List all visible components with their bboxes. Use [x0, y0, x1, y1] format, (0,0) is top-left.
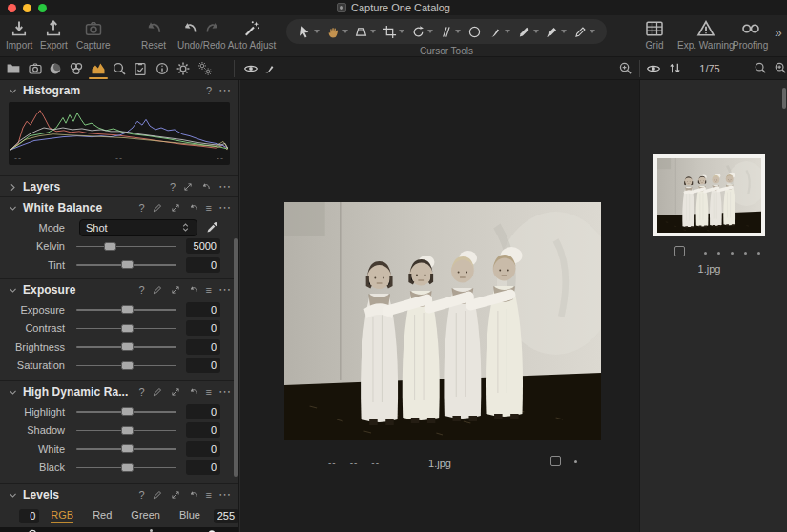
export-button[interactable]: Export	[40, 19, 68, 51]
copy-adjustments-icon[interactable]	[182, 181, 194, 193]
levels-channel-green[interactable]: Green	[131, 509, 160, 522]
browser-sort-button[interactable]	[668, 61, 682, 75]
collapse-chevron-icon[interactable]	[8, 387, 18, 398]
marker-cursor-tool[interactable]	[545, 25, 567, 39]
collapse-chevron-icon[interactable]	[8, 203, 18, 214]
reset-adjustments-icon[interactable]	[200, 181, 212, 193]
presets-menu-icon[interactable]: ≡	[206, 285, 212, 295]
more-icon[interactable]: ⋯	[218, 203, 231, 213]
crop-cursor-tool[interactable]	[383, 25, 404, 39]
reset-button[interactable]: Reset	[141, 19, 166, 51]
viewer-brush-button[interactable]	[263, 61, 277, 76]
contrast-value[interactable]: 0	[186, 320, 220, 336]
loupe-cursor-tool[interactable]	[354, 25, 376, 39]
shadow-slider[interactable]	[76, 423, 176, 437]
brush-icon[interactable]	[152, 489, 163, 501]
rating-dot[interactable]	[731, 252, 734, 255]
more-icon[interactable]: ⋯	[218, 182, 231, 192]
metadata-tab[interactable]	[155, 61, 170, 76]
viewer-zoom-button[interactable]	[618, 61, 632, 75]
browser-search-button[interactable]	[754, 61, 767, 74]
capture-button[interactable]: Capture	[76, 19, 111, 51]
more-icon[interactable]: ⋯	[218, 387, 231, 397]
brush-icon[interactable]	[152, 386, 163, 398]
help-icon[interactable]: ?	[138, 387, 144, 397]
exposure-slider[interactable]	[76, 303, 176, 317]
panel-scrollbar[interactable]	[234, 238, 238, 477]
main-photo[interactable]	[284, 202, 601, 440]
kelvin-value[interactable]: 5000	[186, 238, 220, 254]
rating-dot[interactable]	[717, 252, 720, 255]
browser-scrollbar[interactable]	[782, 88, 786, 109]
viewer-select-checkbox[interactable]	[550, 456, 561, 466]
spot-removal-cursor-tool[interactable]	[467, 25, 482, 39]
straighten-cursor-tool[interactable]	[439, 25, 461, 39]
browser-filter-button[interactable]	[774, 61, 787, 74]
kelvin-slider[interactable]	[76, 239, 176, 253]
black-slider[interactable]	[76, 460, 176, 474]
thumbnail-selected[interactable]	[653, 154, 765, 236]
help-icon[interactable]: ?	[170, 182, 176, 192]
highlight-slider[interactable]	[76, 405, 176, 419]
collapse-chevron-icon[interactable]	[8, 490, 18, 501]
presets-menu-icon[interactable]: ≡	[206, 203, 212, 213]
more-icon[interactable]: ⋯	[218, 285, 231, 295]
tint-slider[interactable]	[76, 258, 176, 272]
white-value[interactable]: 0	[186, 441, 220, 457]
levels-channel-rgb[interactable]: RGB	[51, 509, 73, 523]
reset-adjustments-icon[interactable]	[188, 386, 199, 398]
draw-mask-cursor-tool[interactable]	[488, 25, 510, 39]
color-tab[interactable]	[69, 61, 84, 76]
adjustments-tab[interactable]	[133, 61, 148, 76]
help-icon[interactable]: ?	[206, 86, 212, 95]
highlight-value[interactable]: 0	[186, 404, 220, 419]
redo-icon[interactable]	[204, 20, 221, 37]
black-value[interactable]: 0	[186, 460, 220, 475]
more-icon[interactable]: ⋯	[218, 490, 231, 500]
pan-cursor-tool[interactable]	[326, 25, 348, 39]
capture-tab[interactable]	[28, 61, 43, 76]
white-balance-mode-select[interactable]: Shot	[79, 219, 197, 236]
library-tab[interactable]	[6, 61, 21, 76]
brightness-slider[interactable]	[76, 340, 176, 354]
lens-tab[interactable]	[48, 61, 63, 76]
undo-redo-button[interactable]: Undo/Redo	[177, 19, 226, 51]
auto-adjust-button[interactable]: Auto Adjust	[223, 19, 280, 51]
copy-adjustments-icon[interactable]	[170, 386, 181, 398]
rating-dot[interactable]	[574, 460, 577, 463]
rating-dot[interactable]	[744, 252, 747, 255]
exposure-value[interactable]: 0	[186, 302, 220, 317]
undo-icon[interactable]	[181, 20, 198, 37]
thumbnail-select-checkbox[interactable]	[674, 246, 685, 256]
contrast-slider[interactable]	[76, 321, 176, 335]
collapse-chevron-icon[interactable]	[8, 285, 18, 296]
browser-eye-button[interactable]	[646, 61, 661, 76]
brush-icon[interactable]	[152, 284, 163, 296]
presets-menu-icon[interactable]: ≡	[206, 490, 212, 500]
details-tab[interactable]	[112, 61, 127, 76]
presets-menu-icon[interactable]: ≡	[206, 387, 212, 397]
saturation-slider[interactable]	[76, 358, 176, 372]
copy-adjustments-icon[interactable]	[170, 202, 181, 214]
grid-button[interactable]: Grid	[645, 19, 664, 51]
exposure-warning-button[interactable]: Exp. Warning	[677, 19, 735, 51]
copy-adjustments-icon[interactable]	[170, 284, 181, 296]
white-slider[interactable]	[76, 442, 176, 456]
collapse-chevron-icon[interactable]	[8, 86, 18, 96]
reset-adjustments-icon[interactable]	[188, 202, 199, 214]
help-icon[interactable]: ?	[138, 490, 144, 500]
reset-adjustments-icon[interactable]	[188, 284, 199, 296]
import-button[interactable]: Import	[6, 19, 32, 51]
brightness-value[interactable]: 0	[186, 339, 220, 355]
rating-dot[interactable]	[704, 252, 707, 255]
levels-white-point-value[interactable]: 255	[214, 509, 238, 523]
tint-value[interactable]: 0	[186, 257, 220, 273]
help-icon[interactable]: ?	[138, 285, 144, 295]
levels-black-point-value[interactable]: 0	[19, 509, 39, 523]
more-icon[interactable]: ⋯	[218, 86, 231, 95]
pen-cursor-tool[interactable]	[517, 25, 539, 39]
output-tab[interactable]	[176, 61, 191, 76]
rotate-cursor-tool[interactable]	[411, 25, 433, 39]
exposure-tab-active[interactable]	[91, 61, 106, 76]
help-icon[interactable]: ?	[138, 203, 144, 213]
